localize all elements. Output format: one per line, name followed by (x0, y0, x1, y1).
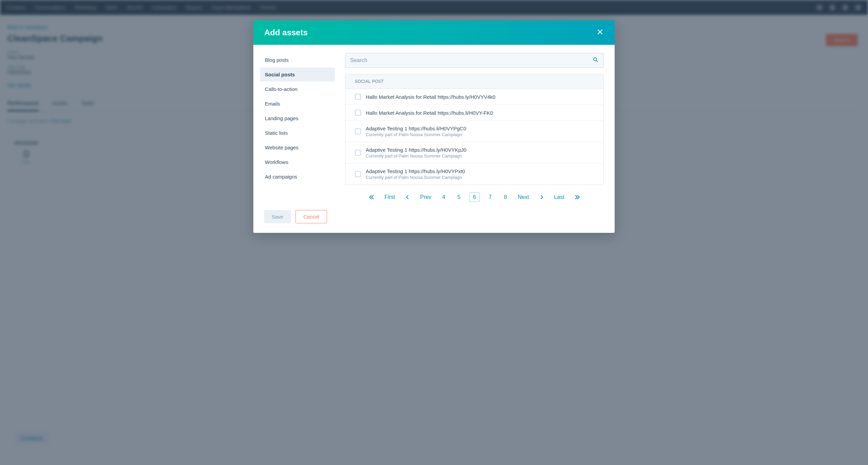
category-blog-posts[interactable]: Blog posts (260, 53, 335, 67)
row-checkbox[interactable] (355, 150, 361, 156)
next-page-icon[interactable] (537, 193, 547, 202)
page-7[interactable]: 7 (485, 193, 495, 202)
row-checkbox[interactable] (355, 171, 361, 177)
modal-title: Add assets (264, 28, 308, 37)
first-page-button[interactable]: First (382, 193, 397, 202)
category-ad-campaigns[interactable]: Ad campaigns (260, 170, 335, 184)
row-subtitle: Currently part of Palm Noosa Summer Camp… (366, 153, 467, 159)
category-website-pages[interactable]: Website pages (260, 141, 335, 154)
next-page-button[interactable]: Next (516, 193, 531, 202)
table-row: Adaptive Testing 1 https://hubs.ly/H0VYK… (345, 142, 603, 164)
category-calls-to-action[interactable]: Calls-to-action (260, 82, 335, 96)
row-title: Adaptive Testing 1 https://hubs.li/H0VYP… (366, 126, 466, 131)
modal-header: Add assets (253, 20, 615, 45)
row-text: Hallo Market Analysis for Retail https:/… (366, 94, 495, 100)
prev-page-button[interactable]: Prev (418, 193, 433, 202)
category-workflows[interactable]: Workflows (260, 155, 335, 169)
row-text: Adaptive Testing 1 https://hubs.li/H0VYP… (366, 126, 466, 137)
search-box (345, 53, 604, 68)
table-row: Adaptive Testing 1 https://hubs.li/H0VYP… (345, 121, 603, 142)
category-landing-pages[interactable]: Landing pages (260, 111, 335, 125)
table-row: Hallo Market Analysis for Retail https:/… (345, 105, 603, 121)
save-button[interactable]: Save (264, 210, 291, 223)
modal-body: Blog posts Social posts Calls-to-action … (253, 45, 615, 210)
row-checkbox[interactable] (355, 128, 361, 134)
search-icon[interactable] (593, 57, 599, 64)
last-page-icon[interactable] (572, 192, 583, 202)
pagination: First Prev 4 5 6 7 8 Next Last (345, 191, 604, 202)
category-list: Blog posts Social posts Calls-to-action … (260, 53, 335, 202)
search-input[interactable] (350, 57, 593, 63)
row-checkbox[interactable] (355, 110, 361, 116)
row-title: Hallo Market Analysis for Retail https:/… (366, 94, 495, 100)
modal-overlay: Add assets Blog posts Social posts Calls… (0, 0, 868, 465)
modal-footer: Save Cancel (253, 210, 615, 233)
prev-page-icon[interactable] (402, 193, 413, 202)
category-social-posts[interactable]: Social posts (260, 68, 335, 81)
category-emails[interactable]: Emails (260, 97, 335, 111)
row-subtitle: Currently part of Palm Noosa Summer Camp… (366, 132, 466, 137)
table-header: SOCIAL POST (345, 74, 603, 89)
category-static-lists[interactable]: Static lists (260, 126, 335, 140)
page-6[interactable]: 6 (469, 192, 480, 202)
page-8[interactable]: 8 (501, 193, 510, 202)
last-page-button[interactable]: Last (552, 193, 566, 202)
row-subtitle: Currently part of Palm Noosa Summer Camp… (366, 175, 465, 180)
close-icon (596, 28, 604, 37)
cancel-button[interactable]: Cancel (295, 210, 327, 223)
row-text: Hallo Market Analysis for Retail https:/… (366, 110, 493, 116)
first-page-icon[interactable] (366, 192, 377, 202)
asset-table: SOCIAL POST Hallo Market Analysis for Re… (345, 74, 604, 185)
row-title: Adaptive Testing 1 https://hubs.ly/H0VYK… (366, 147, 467, 153)
page-4[interactable]: 4 (439, 193, 449, 202)
svg-point-0 (594, 58, 597, 61)
table-row: Adaptive Testing 1 https://hubs.ly/H0VYP… (345, 164, 603, 185)
row-checkbox[interactable] (355, 94, 361, 100)
row-text: Adaptive Testing 1 https://hubs.ly/H0VYK… (366, 147, 467, 159)
page-5[interactable]: 5 (454, 193, 464, 202)
right-pane: SOCIAL POST Hallo Market Analysis for Re… (345, 53, 604, 202)
row-text: Adaptive Testing 1 https://hubs.ly/H0VYP… (366, 168, 465, 180)
row-title: Adaptive Testing 1 https://hubs.ly/H0VYP… (366, 168, 465, 174)
close-button[interactable] (596, 28, 604, 37)
row-title: Hallo Market Analysis for Retail https:/… (366, 110, 493, 116)
table-row: Hallo Market Analysis for Retail https:/… (345, 89, 603, 105)
add-assets-modal: Add assets Blog posts Social posts Calls… (253, 20, 615, 233)
